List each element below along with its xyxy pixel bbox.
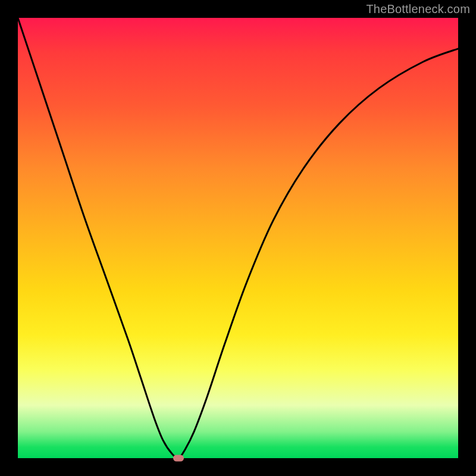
bottleneck-curve [18,18,458,458]
chart-frame: TheBottleneck.com [0,0,476,476]
plot-area [18,18,458,458]
watermark-text: TheBottleneck.com [366,2,470,16]
minimum-marker [173,455,184,462]
